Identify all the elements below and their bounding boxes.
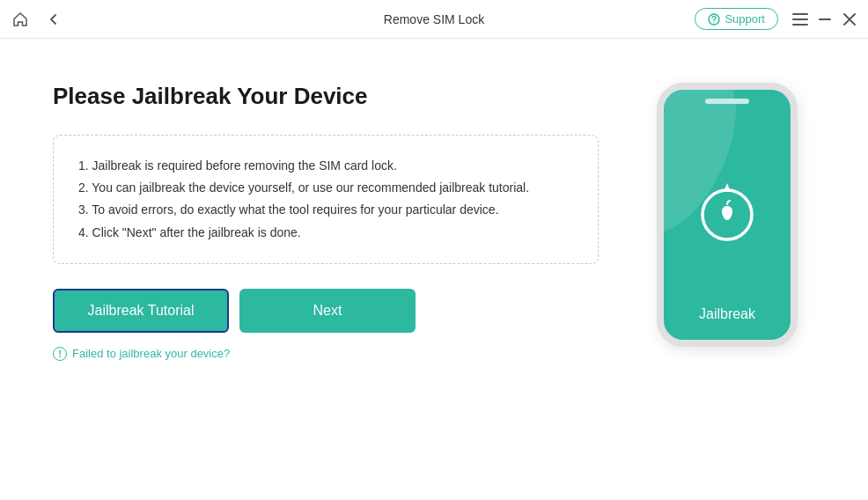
support-label: Support [725,12,765,26]
left-section: Please Jailbreak Your Device 1. Jailbrea… [53,74,639,361]
window-controls [792,11,857,27]
phone-illustration: Jailbreak [639,83,815,347]
svg-point-1 [714,21,715,22]
instruction-1: 1. Jailbreak is required before removing… [78,155,573,177]
back-icon[interactable] [44,10,63,29]
instructions-box: 1. Jailbreak is required before removing… [53,135,599,264]
action-buttons: Jailbreak Tutorial Next [53,289,639,333]
home-icon[interactable] [11,10,30,29]
menu-icon[interactable] [792,11,808,27]
title-bar: Remove SIM Lock Support [0,0,868,39]
svg-marker-6 [724,183,731,192]
close-button[interactable] [842,11,857,27]
next-button[interactable]: Next [239,289,416,333]
instruction-3: 3. To avoid errors, do exactly what the … [78,199,573,221]
info-icon: ! [53,347,67,361]
page-title: Please Jailbreak Your Device [53,83,639,110]
svg-rect-3 [792,18,808,20]
phone-notch [705,99,749,104]
instruction-2: 2. You can jailbreak the device yourself… [78,177,573,199]
title-bar-left [11,10,63,29]
instruction-4: 4. Click "Next" after the jailbreak is d… [78,222,573,244]
phone-label: Jailbreak [699,306,755,322]
jailbreak-icon [692,180,762,250]
svg-rect-4 [792,24,808,26]
support-button[interactable]: Support [695,8,778,30]
failed-link-row[interactable]: ! Failed to jailbreak your device? [53,347,639,361]
jailbreak-tutorial-button[interactable]: Jailbreak Tutorial [53,289,229,333]
minimize-button[interactable] [817,11,833,27]
svg-rect-2 [792,13,808,15]
failed-link[interactable]: Failed to jailbreak your device? [72,347,230,360]
phone-wrapper: Jailbreak [657,83,798,347]
window-title: Remove SIM Lock [384,12,484,26]
phone-body: Jailbreak [657,83,798,347]
svg-rect-5 [819,18,831,20]
main-content: Please Jailbreak Your Device 1. Jailbrea… [0,39,868,500]
title-bar-right: Support [695,8,857,30]
